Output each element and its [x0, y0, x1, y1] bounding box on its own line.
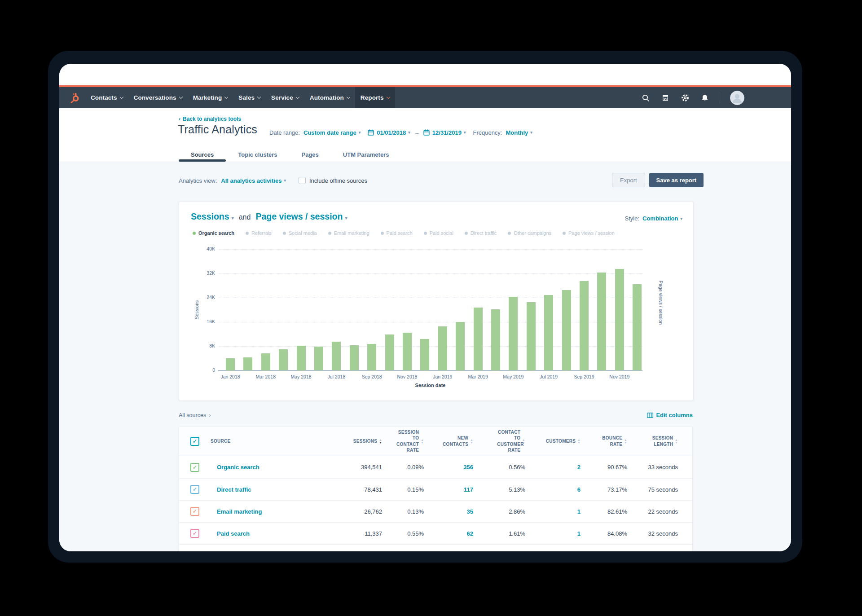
search-icon[interactable]: [641, 93, 651, 103]
frequency-select[interactable]: Monthly▾: [506, 129, 532, 136]
legend-item-other-campaigns[interactable]: Other campaigns: [508, 230, 551, 236]
start-date-select[interactable]: 01/01/2018▾: [377, 129, 410, 136]
bar-apr-2019[interactable]: [491, 309, 500, 370]
include-offline-checkbox[interactable]: [299, 177, 306, 184]
bar-sep-2019[interactable]: [580, 281, 589, 370]
bar-dec-2018[interactable]: [420, 339, 429, 370]
row-checkbox[interactable]: ✓: [190, 529, 199, 538]
chevron-down-icon: [224, 95, 228, 99]
sort-down-icon: ▼: [421, 441, 424, 444]
primary-metric-select[interactable]: Sessions▾: [191, 211, 234, 222]
bar-jul-2019[interactable]: [544, 295, 553, 370]
style-select[interactable]: Combination▾: [642, 215, 682, 222]
column-header-contact-to-customer-rate[interactable]: CONTACT TO CUSTOMER RATE▲▼: [473, 429, 525, 453]
bar-feb-2018[interactable]: [243, 357, 252, 370]
bar-mar-2018[interactable]: [261, 353, 270, 370]
legend-item-direct-traffic[interactable]: Direct traffic: [465, 230, 497, 236]
cell-source: Email marketing: [211, 508, 325, 515]
y-axis-tick: 40K: [192, 246, 215, 251]
legend-item-referrals[interactable]: Referrals: [246, 230, 272, 236]
nav-item-sales[interactable]: Sales: [233, 87, 266, 108]
secondary-metric-select[interactable]: Page views / session▾: [255, 211, 347, 222]
notifications-bell-icon[interactable]: [700, 93, 710, 103]
bar-oct-2018[interactable]: [385, 334, 394, 370]
bar-aug-2019[interactable]: [562, 290, 571, 370]
row-checkbox[interactable]: ✓: [190, 463, 199, 472]
cell-new-contacts: 62: [424, 530, 473, 537]
row-checkbox[interactable]: ✓: [190, 507, 199, 516]
bar-may-2018[interactable]: [297, 346, 306, 370]
x-axis-tick: May 2018: [282, 374, 320, 379]
legend-item-page-views-session[interactable]: Page views / session: [563, 230, 615, 236]
legend-item-paid-search[interactable]: Paid search: [381, 230, 413, 236]
chart-legend: Organic searchReferralsSocial mediaEmail…: [193, 230, 615, 236]
analytics-view-toolbar: Analytics view: All analytics activities…: [179, 174, 367, 187]
date-range-select[interactable]: Custom date range▾: [303, 129, 361, 136]
chart-title: Sessions▾ and Page views / session▾: [191, 211, 347, 222]
column-header-sessions[interactable]: SESSIONS▲▼: [325, 438, 382, 444]
bar-aug-2018[interactable]: [350, 345, 359, 370]
column-header-new-contacts[interactable]: NEW CONTACTS▲▼: [424, 435, 473, 447]
nav-item-reports[interactable]: Reports: [355, 87, 395, 108]
source-link[interactable]: Organic search: [217, 464, 259, 471]
bar-sep-2018[interactable]: [367, 344, 376, 370]
bar-mar-2019[interactable]: [474, 308, 483, 370]
tab-sources[interactable]: Sources: [179, 147, 226, 162]
column-header-source[interactable]: SOURCE: [211, 438, 325, 444]
nav-utilities: [641, 87, 744, 108]
tab-topic-clusters[interactable]: Topic clusters: [226, 147, 289, 162]
legend-item-email-marketing[interactable]: Email marketing: [328, 230, 369, 236]
bar-nov-2019[interactable]: [615, 269, 624, 370]
all-sources-breadcrumb[interactable]: All sources›: [179, 412, 211, 418]
row-checkbox[interactable]: ✓: [190, 485, 199, 494]
source-link[interactable]: Direct traffic: [217, 486, 251, 493]
user-avatar[interactable]: [730, 91, 744, 105]
legend-item-paid-social[interactable]: Paid social: [424, 230, 453, 236]
cell-source: Organic search: [211, 464, 325, 471]
chart-plot-area: [218, 249, 642, 370]
nav-item-conversations[interactable]: Conversations: [128, 87, 188, 108]
bar-feb-2019[interactable]: [456, 322, 465, 370]
marketplace-icon[interactable]: [660, 93, 670, 103]
hubspot-logo-icon[interactable]: [68, 87, 82, 108]
legend-item-organic-search[interactable]: Organic search: [193, 230, 234, 236]
row-select-cell: ✓: [179, 485, 211, 494]
nav-item-contacts[interactable]: Contacts: [85, 87, 128, 108]
edit-columns-button[interactable]: Edit columns: [647, 412, 693, 418]
bar-jan-2019[interactable]: [438, 326, 447, 370]
tab-pages[interactable]: Pages: [290, 147, 331, 162]
bar-jan-2018[interactable]: [226, 358, 235, 370]
sort-arrows-icon: ▲▼: [421, 439, 424, 444]
nav-item-label: Reports: [361, 94, 384, 101]
export-button[interactable]: Export: [612, 173, 645, 187]
nav-item-service[interactable]: Service: [266, 87, 304, 108]
nav-item-automation[interactable]: Automation: [304, 87, 355, 108]
bar-jun-2019[interactable]: [527, 302, 536, 370]
nav-item-marketing[interactable]: Marketing: [188, 87, 233, 108]
bar-dec-2019[interactable]: [633, 284, 642, 370]
save-as-report-button[interactable]: Save as report: [649, 173, 704, 187]
end-date-select[interactable]: 12/31/2019▾: [432, 129, 466, 136]
column-header-session-length[interactable]: SESSION LENGTH▲▼: [627, 435, 678, 447]
settings-gear-icon[interactable]: [680, 93, 690, 103]
tab-utm-parameters[interactable]: UTM Parameters: [331, 147, 401, 162]
legend-item-social-media[interactable]: Social media: [283, 230, 317, 236]
nav-item-label: Service: [271, 94, 293, 101]
column-header-customers[interactable]: CUSTOMERS▲▼: [525, 438, 581, 444]
analytics-view-select[interactable]: All analytics activities▾: [221, 177, 286, 184]
column-header-bounce-rate[interactable]: BOUNCE RATE▲▼: [581, 435, 627, 447]
bar-may-2019[interactable]: [509, 297, 518, 370]
back-to-analytics-link[interactable]: ‹Back to analytics tools: [179, 116, 241, 122]
bar-jul-2018[interactable]: [332, 342, 341, 370]
x-axis-tick: Nov 2018: [388, 374, 426, 379]
source-link[interactable]: Email marketing: [217, 508, 262, 515]
caret-down-icon: ▾: [359, 130, 361, 135]
forward-chevron-icon: ›: [209, 412, 211, 418]
bar-apr-2018[interactable]: [279, 349, 288, 370]
source-link[interactable]: Paid search: [217, 530, 250, 537]
bar-jun-2018[interactable]: [314, 347, 323, 370]
select-all-checkbox[interactable]: ✓: [190, 437, 199, 446]
bar-nov-2018[interactable]: [403, 333, 412, 370]
bar-oct-2019[interactable]: [597, 273, 606, 370]
column-header-session-to-contact-rate[interactable]: SESSION TO CONTACT RATE▲▼: [382, 429, 424, 453]
